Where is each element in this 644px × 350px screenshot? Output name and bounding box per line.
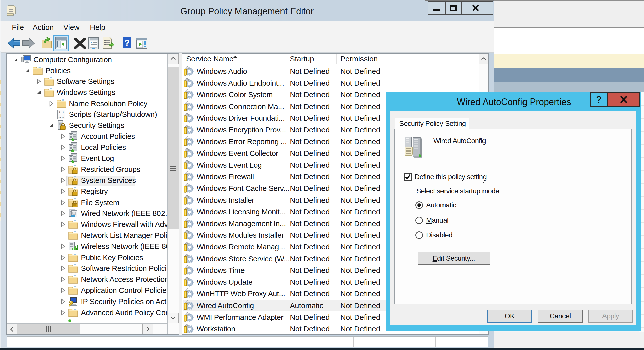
svg-text:<-->: <--> [58, 116, 64, 119]
svg-text:<-->: <--> [58, 111, 64, 113]
